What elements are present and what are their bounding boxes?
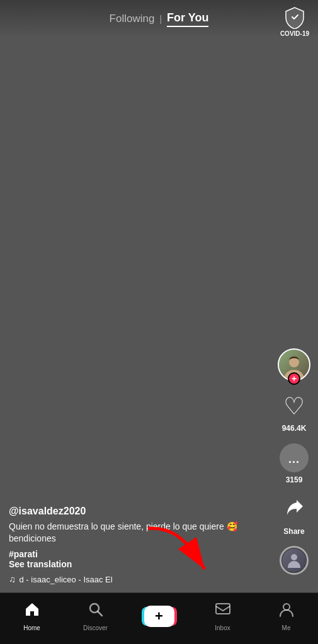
svg-point-1 (291, 554, 297, 560)
post-description: Quien no demuestra lo que siente, pierde… (9, 521, 268, 545)
bottom-navigation: Home Discover + Inbox (0, 592, 318, 644)
username[interactable]: @isavaldez2020 (9, 506, 268, 517)
person-icon (285, 552, 303, 569)
me-icon (278, 601, 295, 622)
description-text: Quien no demuestra lo que siente, pierde… (9, 521, 237, 544)
creator-avatar-item: + (278, 348, 310, 381)
comment-action: 3159 (279, 443, 309, 484)
top-navigation: Following | For You COVID-19 (0, 0, 318, 38)
nav-inbox[interactable]: Inbox (191, 601, 254, 631)
hashtag[interactable]: #parati (9, 549, 268, 559)
nav-home[interactable]: Home (0, 601, 64, 631)
home-label: Home (23, 625, 40, 631)
nav-me[interactable]: Me (254, 601, 318, 631)
like-action: ♡ 946.4K (279, 391, 309, 433)
discover-icon (88, 601, 104, 622)
covid-shield-icon (283, 6, 306, 29)
post-info: @isavaldez2020 Quien no demuestra lo que… (9, 506, 268, 584)
comment-button[interactable] (279, 443, 309, 473)
music-disc-item (280, 546, 309, 575)
svg-line-4 (98, 611, 102, 616)
share-button[interactable] (279, 494, 309, 525)
svg-rect-5 (216, 604, 230, 614)
music-title[interactable]: d - isaac_eliceo - Isaac El (20, 575, 113, 584)
plus-btn-white-bg: + (144, 606, 174, 627)
covid-button[interactable]: COVID-19 (280, 6, 309, 37)
plus-icon: + (155, 608, 163, 625)
heart-icon: ♡ (283, 394, 305, 418)
music-disc[interactable] (280, 546, 309, 575)
svg-point-6 (283, 604, 290, 610)
right-actions-panel: + ♡ 946.4K 3159 Share (278, 348, 310, 575)
nav-discover[interactable]: Discover (64, 601, 127, 631)
nav-divider: | (159, 14, 162, 24)
comment-bubble-icon (280, 443, 309, 472)
music-note-icon: ♫ (9, 574, 16, 584)
me-label: Me (282, 625, 291, 631)
like-button[interactable]: ♡ (279, 391, 309, 421)
create-button[interactable]: + (144, 606, 174, 627)
following-tab[interactable]: Following (110, 13, 155, 25)
music-row: ♫ d - isaac_eliceo - Isaac El (9, 574, 268, 584)
home-icon (24, 601, 40, 622)
inbox-icon (215, 601, 231, 622)
music-disc-image (282, 548, 306, 572)
creator-avatar[interactable]: + (278, 348, 310, 381)
like-count: 946.4K (282, 424, 307, 433)
share-label: Share (283, 527, 304, 536)
follow-plus-button[interactable]: + (288, 372, 300, 385)
share-action: Share (279, 494, 309, 536)
for-you-tab[interactable]: For You (167, 11, 208, 27)
see-translation-button[interactable]: See translation (9, 559, 268, 569)
share-icon (284, 497, 304, 522)
covid-label[interactable]: COVID-19 (280, 30, 309, 37)
comment-count: 3159 (286, 475, 303, 484)
discover-label: Discover (83, 625, 108, 631)
inbox-label: Inbox (215, 625, 230, 631)
nav-create[interactable]: + (127, 606, 191, 627)
